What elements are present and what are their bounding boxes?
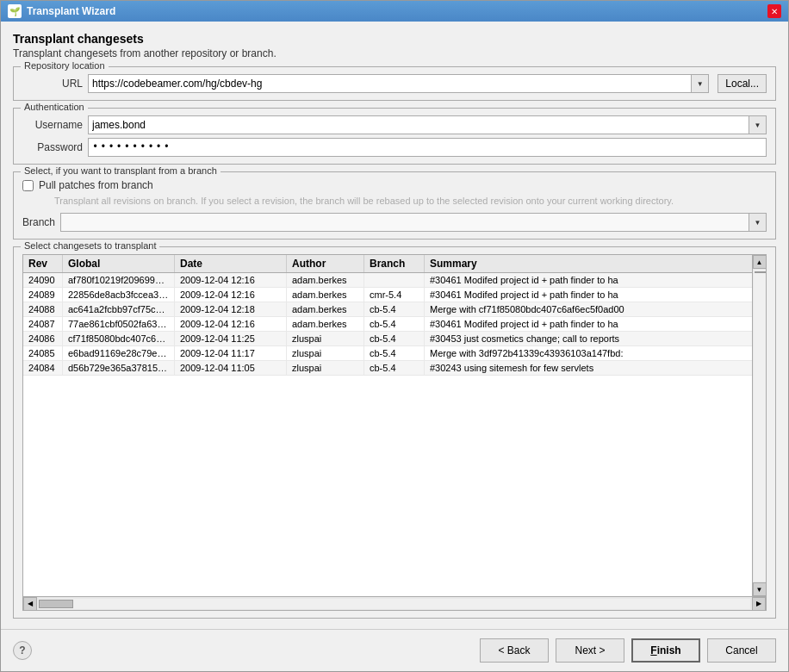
cell-date: 2009-12-04 11:05 (175, 361, 287, 375)
table-inner: Rev Global Date Author Branch Summary 24… (23, 255, 766, 610)
branch-label: Branch (22, 216, 55, 228)
branch-input[interactable] (60, 213, 749, 232)
table-row[interactable]: 24085 e6bad91169e28c79ea… 2009-12-04 11:… (23, 346, 752, 361)
cell-summary: Merge with 3df972b41339c43936103a147fbd: (425, 346, 752, 360)
scroll-down-arrow[interactable]: ▼ (753, 582, 767, 596)
username-label: Username (22, 119, 83, 131)
scroll-track (754, 270, 766, 582)
branch-group-label: Select, if you want to transplant from a… (21, 165, 221, 176)
cell-branch (364, 273, 425, 287)
scroll-left-arrow[interactable]: ◀ (23, 597, 37, 611)
cell-branch: cb-5.4 (364, 317, 425, 331)
back-button[interactable]: < Back (480, 638, 549, 663)
table-row[interactable]: 24088 ac641a2fcbb97cf75cb… 2009-12-04 12… (23, 302, 752, 317)
cell-author: adam.berkes (287, 302, 364, 316)
cell-date: 2009-12-04 12:16 (175, 288, 287, 302)
auth-label: Authentication (21, 102, 88, 112)
cell-global: af780f10219f20969908… (63, 273, 175, 287)
branch-description: Transplant all revisions on branch. If y… (54, 195, 674, 208)
cell-branch: cmr-5.4 (364, 288, 425, 302)
title-bar: 🌱 Transplant Wizard ✕ (1, 1, 788, 22)
branch-dropdown-btn[interactable]: ▼ (749, 213, 767, 232)
scroll-up-arrow[interactable]: ▲ (753, 255, 767, 269)
cell-branch: cb-5.4 (364, 346, 425, 360)
pull-patches-checkbox[interactable] (22, 180, 34, 191)
username-dropdown-btn[interactable]: ▼ (749, 115, 767, 134)
vertical-scrollbar[interactable]: ▲ ▼ (752, 255, 766, 596)
col-header-author: Author (287, 255, 364, 272)
url-input[interactable] (88, 74, 692, 93)
footer: ? < Back Next > Finish Cancel (1, 629, 788, 671)
col-header-global: Global (63, 255, 175, 272)
cell-rev: 24086 (23, 332, 63, 345)
cell-global: cf71f85080bdc407c6al… (63, 332, 175, 345)
cell-branch: cb-5.4 (364, 361, 425, 375)
h-scroll-track (39, 599, 750, 609)
username-input-wrap: ▼ (88, 115, 767, 134)
table-body[interactable]: 24090 af780f10219f20969908… 2009-12-04 1… (23, 273, 752, 596)
branch-input-row: Branch ▼ (22, 213, 767, 232)
scroll-thumb[interactable] (755, 271, 767, 273)
url-dropdown-btn[interactable]: ▼ (692, 74, 709, 93)
table-row[interactable]: 24086 cf71f85080bdc407c6al… 2009-12-04 1… (23, 332, 752, 346)
password-label: Password (22, 141, 83, 153)
cell-summary: Merge with cf71f85080bdc407c6af6ec5f0ad0… (425, 302, 752, 316)
description-row: Transplant all revisions on branch. If y… (22, 195, 767, 208)
table-row[interactable]: 24084 d56b729e365a378156… 2009-12-04 11:… (23, 361, 752, 376)
cell-summary: #30461 Modifed project id + path finder … (425, 273, 752, 287)
cell-global: ac641a2fcbb97cf75cb… (63, 302, 175, 316)
cell-rev: 24087 (23, 317, 63, 331)
cell-date: 2009-12-04 12:18 (175, 302, 287, 316)
url-label: URL (22, 78, 83, 90)
footer-left: ? (13, 641, 32, 660)
branch-group: Select, if you want to transplant from a… (13, 171, 776, 240)
finish-underline: F (650, 644, 656, 656)
cell-author: zluspai (287, 361, 364, 375)
close-button[interactable]: ✕ (767, 4, 781, 18)
next-button[interactable]: Next > (556, 638, 624, 663)
cell-global: 77ae861cbf0502fa63a… (63, 317, 175, 331)
horizontal-scrollbar[interactable]: ◀ ▶ (23, 596, 766, 610)
cell-global: 22856de8acb3fccea31… (63, 288, 175, 302)
repo-location-label: Repository location (21, 60, 109, 71)
cancel-button[interactable]: Cancel (707, 638, 776, 663)
local-button[interactable]: Local... (718, 74, 767, 93)
table-main: Rev Global Date Author Branch Summary 24… (23, 255, 766, 596)
pull-patches-row: Pull patches from branch (22, 179, 767, 191)
page-header: Transplant changesets Transplant changes… (13, 32, 776, 59)
table-content: Rev Global Date Author Branch Summary 24… (23, 255, 752, 596)
cell-date: 2009-12-04 11:25 (175, 332, 287, 345)
cell-rev: 24088 (23, 302, 63, 316)
window-icon: 🌱 (8, 4, 22, 18)
cell-author: adam.berkes (287, 288, 364, 302)
table-row[interactable]: 24087 77ae861cbf0502fa63a… 2009-12-04 12… (23, 317, 752, 332)
cell-global: e6bad91169e28c79ea… (63, 346, 175, 360)
password-row: Password (22, 138, 767, 157)
username-input[interactable] (88, 115, 749, 134)
cell-summary: #30453 just cosmetics change; call to re… (425, 332, 752, 345)
table-row[interactable]: 24090 af780f10219f20969908… 2009-12-04 1… (23, 273, 752, 288)
cell-author: zluspai (287, 332, 364, 345)
footer-right: < Back Next > Finish Cancel (480, 638, 776, 663)
col-header-rev: Rev (23, 255, 63, 272)
pull-patches-label[interactable]: Pull patches from branch (39, 179, 153, 191)
password-input[interactable] (88, 138, 767, 157)
cell-date: 2009-12-04 12:16 (175, 317, 287, 331)
branch-input-wrap: ▼ (60, 213, 767, 232)
auth-group: Authentication Username ▼ Password (13, 108, 776, 165)
page-title: Transplant changesets (13, 32, 776, 46)
table-row[interactable]: 24089 22856de8acb3fccea31… 2009-12-04 12… (23, 288, 752, 302)
cell-summary: #30243 using sitemesh for few servlets (425, 361, 752, 375)
table-header: Rev Global Date Author Branch Summary (23, 255, 752, 273)
scroll-right-arrow[interactable]: ▶ (752, 597, 766, 611)
cell-rev: 24089 (23, 288, 63, 302)
cell-author: adam.berkes (287, 317, 364, 331)
cell-summary: #30461 Modifed project id + path finder … (425, 317, 752, 331)
cell-summary: #30461 Modifed project id + path finder … (425, 288, 752, 302)
window-title: Transplant Wizard (27, 5, 115, 17)
help-button[interactable]: ? (13, 641, 32, 660)
main-content: Transplant changesets Transplant changes… (1, 22, 788, 629)
finish-button[interactable]: Finish (631, 638, 700, 663)
h-scroll-thumb[interactable] (39, 600, 73, 608)
changesets-group: Select changesets to transplant Rev Glob… (13, 246, 776, 619)
